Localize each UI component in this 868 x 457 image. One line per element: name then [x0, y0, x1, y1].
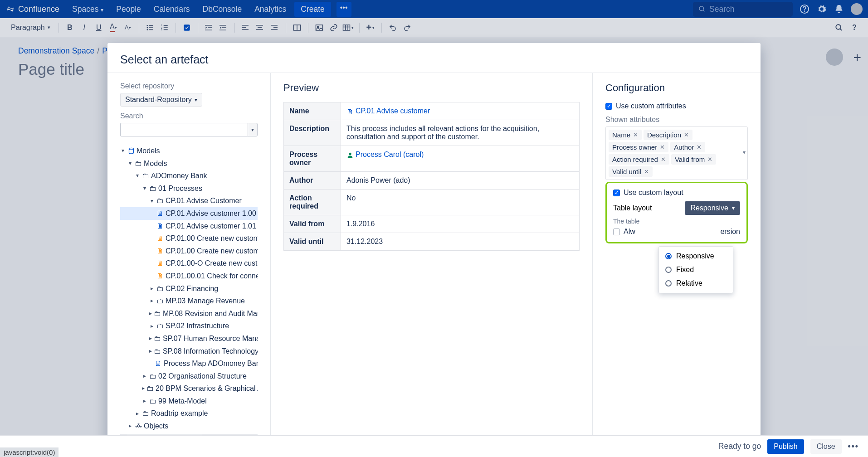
tree-row[interactable]: 🗎CP.01.00-O Create new customer — [120, 257, 258, 270]
tree-row[interactable]: ▸🗀MP.08 Revision and Audit Managem — [120, 307, 258, 320]
attribute-chip[interactable]: Process owner✕ — [609, 142, 668, 152]
tree-row[interactable]: ▸🗀02 Organisational Structure — [120, 370, 258, 383]
folder-icon: 🗀 — [149, 398, 156, 405]
preview-value: No — [346, 194, 356, 202]
tree-row[interactable]: ▾🗀01 Processes — [120, 182, 258, 195]
more-actions-button[interactable]: ••• — [848, 442, 859, 451]
remove-chip-icon[interactable]: ✕ — [661, 156, 666, 163]
attrs-multiselect[interactable]: Name✕Description✕Process owner✕Author✕Ac… — [605, 126, 748, 180]
option-label: Responsive — [676, 252, 714, 260]
tree-row[interactable]: ▸🗀20 BPM Scenarios & Graphical Analyses — [120, 382, 258, 395]
layout-option-relative[interactable]: Relative — [659, 277, 733, 290]
preview-row: Action requiredNo — [284, 190, 580, 215]
document-icon: 🗎 — [156, 210, 164, 217]
tree-row[interactable]: ▾Models — [120, 145, 258, 157]
tree-label: Models — [137, 145, 160, 157]
folder-icon: 🗀 — [142, 172, 149, 180]
tree-row[interactable]: ▸🗀MP.03 Manage Revenue — [120, 295, 258, 307]
svg-point-46 — [136, 426, 137, 428]
tree-row[interactable]: ▸🗀SP.07 Human Resource Managemen — [120, 332, 258, 345]
checkbox-label: Use custom attributes — [616, 102, 686, 110]
tree-label: CP.02 Financing — [166, 283, 218, 295]
tree-row[interactable]: 🗎CP.01 Advise customer 1.00✔ — [120, 207, 258, 220]
radio-checked-icon — [665, 253, 672, 259]
tree-row[interactable]: 🗎CP.01.00 Create new customer 1. — [120, 232, 258, 245]
document-icon: 🗎 — [156, 235, 164, 242]
folder-icon: 🗀 — [146, 385, 154, 392]
svg-point-45 — [140, 426, 141, 428]
tree-row[interactable]: 🗎CP.01 Advise customer 1.01✎ — [120, 220, 258, 233]
checkbox-unchecked-icon[interactable] — [613, 228, 620, 235]
tree-label: CP.01.00 Create new customer 1.0 — [166, 245, 258, 257]
search-input[interactable] — [120, 123, 248, 136]
remove-chip-icon[interactable]: ✕ — [684, 131, 689, 138]
preview-link[interactable]: Process Carol (carol) — [346, 151, 424, 158]
layout-option-fixed[interactable]: Fixed — [659, 263, 733, 277]
tree-row[interactable]: ▸🗀99 Meta-Model — [120, 395, 258, 408]
svg-point-42 — [129, 148, 133, 150]
folder-icon: 🗀 — [149, 372, 156, 379]
preview-key: Author — [284, 172, 341, 190]
table-layout-label: Table layout — [613, 204, 652, 212]
tree-label: CP.01 Advise customer 1.01 — [166, 220, 256, 232]
publish-button[interactable]: Publish — [767, 439, 804, 454]
svg-point-50 — [349, 152, 351, 155]
repo-dropdown[interactable]: Standard-Repository ▾ — [120, 93, 202, 107]
svg-point-43 — [137, 425, 140, 427]
tree-row[interactable]: ▾🗀Models — [120, 157, 258, 170]
folder-icon: 🗀 — [156, 322, 164, 330]
remove-chip-icon[interactable]: ✕ — [660, 144, 665, 151]
tree-row[interactable]: ▸🗀SP.02 Infrastructure — [120, 320, 258, 332]
search-dropdown-btn[interactable]: ▾ — [248, 123, 258, 136]
attribute-chip[interactable]: Name✕ — [609, 130, 642, 140]
remove-chip-icon[interactable]: ✕ — [644, 168, 649, 175]
tree-row[interactable]: ▸🗀CP.02 Financing — [120, 282, 258, 295]
attribute-chip[interactable]: Valid from✕ — [671, 154, 716, 165]
option-label: Fixed — [676, 266, 694, 274]
layout-info-text: The table — [613, 218, 740, 225]
attribute-chip[interactable]: Author✕ — [670, 142, 705, 152]
attribute-chip[interactable]: Action required✕ — [609, 154, 669, 165]
remove-chip-icon[interactable]: ✕ — [633, 131, 638, 138]
option-label: Relative — [676, 279, 702, 287]
tree-row[interactable]: ▸🗀SP.08 Information Technology (IT) — [120, 345, 258, 358]
checkbox-checked-icon: ✓ — [605, 103, 612, 110]
select-repo-label: Select repository — [120, 82, 258, 90]
document-icon: 🗎 — [155, 360, 162, 367]
tree-row[interactable]: ▾🗀ADOmoney Bank — [120, 170, 258, 182]
preview-key: Valid from — [284, 215, 341, 233]
custom-attrs-checkbox[interactable]: ✓ Use custom attributes — [605, 102, 748, 110]
tree-label: Models — [144, 158, 167, 170]
remove-chip-icon[interactable]: ✕ — [697, 144, 702, 151]
folder-icon: 🗀 — [154, 347, 161, 355]
preview-value: 31.12.2023 — [346, 238, 383, 245]
tree-label: CP.01 Advise Customer — [166, 195, 242, 207]
repository-tree: ▾Models ▾🗀Models ▾🗀ADOmoney Bank ▾🗀01 Pr… — [120, 145, 258, 438]
dropdown-value: Responsive — [690, 204, 728, 212]
tree-row[interactable]: ▾🗀CP.01 Advise Customer — [120, 194, 258, 207]
tree-label: SP.02 Infrastructure — [166, 320, 229, 332]
chip-label: Action required — [612, 156, 658, 163]
tree-row[interactable]: 🗎Process Map ADOmoney Bank 1.00 · — [120, 357, 258, 370]
tree-row[interactable]: 🗎CP.01.00.01 Check for connected — [120, 270, 258, 282]
attribute-chip[interactable]: Valid until✕ — [609, 166, 653, 177]
modal: Select an artefact Select repository Sta… — [107, 43, 761, 457]
preview-link[interactable]: 🗎CP.01 Advise customer — [346, 107, 430, 115]
expand-icon: ▸ — [149, 284, 155, 293]
attribute-chip[interactable]: Description✕ — [644, 130, 692, 140]
preview-row: Valid from1.9.2016 — [284, 215, 580, 233]
close-button[interactable]: Close — [810, 439, 842, 454]
tree-row[interactable]: 🗎CP.01.00 Create new customer 1.0 — [120, 245, 258, 258]
collapse-icon: ▾ — [142, 184, 147, 193]
layout-option-responsive[interactable]: Responsive — [659, 249, 733, 263]
table-layout-dropdown[interactable]: Responsive ▾ — [685, 201, 740, 215]
custom-layout-checkbox[interactable]: ✓ Use custom layout — [613, 189, 740, 197]
tree-label: CP.01.00 Create new customer 1. — [166, 233, 258, 244]
remove-chip-icon[interactable]: ✕ — [707, 156, 712, 163]
browser-status: javascript:void(0) — [0, 447, 59, 457]
tree-row[interactable]: ▸🗀Roadtrip example — [120, 407, 258, 420]
chevron-down-icon[interactable]: ▾ — [743, 149, 746, 156]
preview-row: DescriptionThis process includes all rel… — [284, 120, 580, 146]
person-icon — [346, 151, 354, 159]
tree-row[interactable]: ▸Objects — [120, 420, 258, 433]
